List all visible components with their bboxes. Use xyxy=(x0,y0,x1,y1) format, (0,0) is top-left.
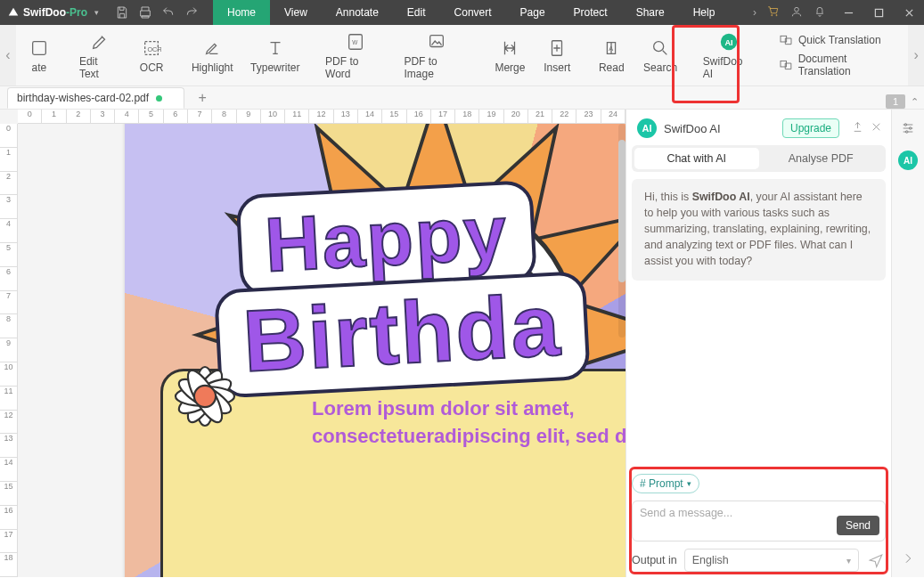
quick-translation-button[interactable]: Quick Translation xyxy=(779,33,901,47)
body-text: Lorem ipsum dolor sit amet, consectetuer… xyxy=(312,395,626,451)
minimize-button[interactable] xyxy=(833,0,863,25)
search-label: Search xyxy=(643,61,677,74)
export-icon[interactable] xyxy=(852,120,863,136)
language-value: English xyxy=(692,554,729,566)
ai-panel-title: SwifDoo AI xyxy=(664,122,775,135)
ribbon: ‹ ate Edit Text OCROCR Highlight Typewri… xyxy=(0,25,924,86)
close-button[interactable] xyxy=(894,0,924,25)
body-text-line1: Lorem ipsum dolor sit amet, xyxy=(312,395,626,423)
chevron-down-icon: ▾ xyxy=(687,479,691,488)
ribbon-group: ate Edit Text OCROCR Highlight Typewrite… xyxy=(16,25,908,85)
unsaved-dot-icon xyxy=(156,95,162,102)
tab-analyse-pdf[interactable]: Analyse PDF xyxy=(759,148,884,169)
close-panel-icon[interactable] xyxy=(871,120,882,136)
ribbon-scroll-right[interactable]: › xyxy=(908,25,924,85)
submit-icon[interactable] xyxy=(866,550,886,570)
edit-text-button[interactable]: Edit Text xyxy=(70,27,128,84)
svg-text:OCR: OCR xyxy=(148,45,162,53)
document-tab-label: birthday-wishes-card-02.pdf xyxy=(17,92,149,104)
undo-icon[interactable] xyxy=(161,5,176,20)
app-logo: SwifDoo-Pro ▾ xyxy=(0,6,106,19)
swifdoo-ai-label: SwifDoo AI xyxy=(703,55,755,80)
title-right: › xyxy=(746,5,833,20)
menu-help[interactable]: Help xyxy=(679,0,730,25)
settings-sliders-icon[interactable] xyxy=(898,118,918,138)
tab-chat-with-ai[interactable]: Chat with AI xyxy=(634,148,759,169)
pdf-to-image-label: PDF to Image xyxy=(404,55,469,80)
flower-icon xyxy=(156,347,254,445)
typewriter-label: Typewriter xyxy=(250,61,299,74)
cart-icon[interactable] xyxy=(767,5,780,20)
canvas[interactable]: Happy Birthda Lorem ipsum dolor sit xyxy=(18,124,626,577)
send-button[interactable]: Send xyxy=(837,516,879,535)
brand-dropdown-icon[interactable]: ▾ xyxy=(94,8,99,17)
document-translation-button[interactable]: Document Translation xyxy=(779,53,901,77)
ai-tabs: Chat with AI Analyse PDF xyxy=(632,145,886,172)
ribbon-ate-label: ate xyxy=(32,61,47,74)
swifdoo-logo-icon xyxy=(7,6,20,19)
insert-button[interactable]: Insert xyxy=(534,33,580,77)
vertical-scrollbar[interactable] xyxy=(618,124,626,338)
document-tab[interactable]: birthday-wishes-card-02.pdf xyxy=(7,87,184,109)
bell-icon[interactable] xyxy=(814,5,826,20)
ocr-button[interactable]: OCROCR xyxy=(128,33,175,77)
document-viewport: 0123456789101112131415161718192021222324… xyxy=(0,110,626,577)
redo-icon[interactable] xyxy=(184,5,199,20)
ocr-label: OCR xyxy=(140,61,164,74)
svg-rect-1 xyxy=(875,9,882,16)
upgrade-button[interactable]: Upgrade xyxy=(782,118,839,138)
pdf-page: Happy Birthda Lorem ipsum dolor sit xyxy=(125,124,626,577)
quick-translation-label: Quick Translation xyxy=(798,34,881,46)
page-count-badge: 1 xyxy=(886,94,905,109)
svg-point-34 xyxy=(194,386,216,407)
add-tab-button[interactable]: + xyxy=(193,89,211,107)
scrollbar-thumb[interactable] xyxy=(618,140,626,282)
highlight-button[interactable]: Highlight xyxy=(183,33,241,77)
chevron-down-icon: ▾ xyxy=(846,556,851,566)
edit-text-label: Edit Text xyxy=(79,55,119,80)
user-icon[interactable] xyxy=(790,5,803,20)
menu-convert[interactable]: Convert xyxy=(440,0,506,25)
menu-annotate[interactable]: Annotate xyxy=(322,0,393,25)
pdf-to-word-button[interactable]: WPDF to Word xyxy=(316,27,395,84)
menu-edit[interactable]: Edit xyxy=(393,0,440,25)
maximize-button[interactable] xyxy=(863,0,894,25)
chevron-right-icon[interactable] xyxy=(898,549,918,568)
swifdoo-ai-button[interactable]: AI SwifDoo AI xyxy=(694,27,764,84)
menu-page[interactable]: Page xyxy=(506,0,560,25)
svg-text:AI: AI xyxy=(724,38,732,47)
chevron-right-icon[interactable]: › xyxy=(753,6,756,19)
left-ruler: 0123456789101112131415161718 xyxy=(0,124,18,577)
svg-rect-2 xyxy=(33,42,46,55)
collapse-ribbon-icon[interactable]: ⌃ xyxy=(911,96,919,108)
pdf-to-image-button[interactable]: PDF to Image xyxy=(395,27,478,84)
menu-bar: Home View Annotate Edit Convert Page Pro… xyxy=(213,0,746,25)
merge-label: Merge xyxy=(495,61,525,74)
output-in-label: Output in xyxy=(632,554,677,566)
print-icon[interactable] xyxy=(138,5,152,20)
rail-ai-icon[interactable]: AI xyxy=(898,151,918,170)
ribbon-scroll-left[interactable]: ‹ xyxy=(0,25,16,85)
menu-protect[interactable]: Protect xyxy=(560,0,622,25)
svg-text:W: W xyxy=(353,39,359,45)
ribbon-translation-group: Quick Translation Document Translation xyxy=(772,33,908,77)
typewriter-button[interactable]: Typewriter xyxy=(241,33,308,77)
language-select[interactable]: English▾ xyxy=(684,549,859,572)
read-button[interactable]: ARead xyxy=(588,33,634,77)
headline-badge: Happy Birthda xyxy=(235,168,626,397)
ai-badge-icon: AI xyxy=(637,118,657,138)
prompt-chip[interactable]: # Prompt▾ xyxy=(632,474,699,493)
menu-home[interactable]: Home xyxy=(213,0,270,25)
save-icon[interactable] xyxy=(115,5,129,20)
title-bar: SwifDoo-Pro ▾ Home View Annotate Edit Co… xyxy=(0,0,924,25)
document-translation-label: Document Translation xyxy=(798,53,901,77)
right-rail: AI xyxy=(891,110,924,577)
ribbon-ate-button[interactable]: ate xyxy=(16,33,62,77)
svg-text:A: A xyxy=(609,45,614,53)
workspace: 0123456789101112131415161718192021222324… xyxy=(0,110,924,577)
message-input[interactable]: Send a message... Send xyxy=(632,501,886,541)
merge-button[interactable]: Merge xyxy=(487,33,535,77)
menu-share[interactable]: Share xyxy=(622,0,679,25)
search-button[interactable]: Search xyxy=(634,33,686,77)
menu-view[interactable]: View xyxy=(270,0,322,25)
